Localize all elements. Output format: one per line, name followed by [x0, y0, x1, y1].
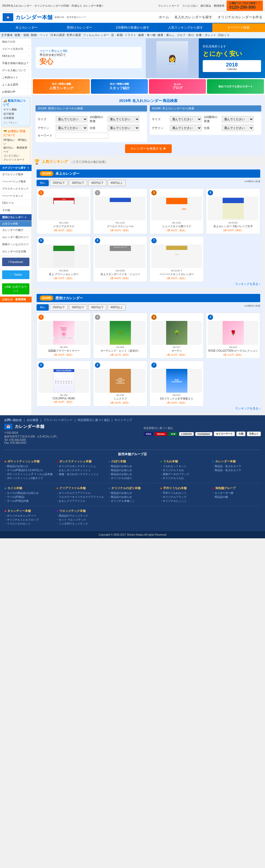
store-link[interactable]: ・ラベル(IP商品)4連: [4, 499, 53, 503]
sub-nav-item[interactable]: 文字書体: [1, 33, 13, 37]
desk-product-1[interactable]: 1 2018 No.1190 メモリアルデスク 1冊 462円（税別）: [36, 188, 91, 234]
wall-product-6[interactable]: 6 2018CALENDARKRAFTCALENDAR No.106 ミニクラフ…: [93, 361, 147, 406]
store-link[interactable]: ・オリジナルキャンディー: [4, 514, 53, 518]
info-item-tips[interactable]: カレンダー選びのコツ›: [0, 234, 32, 241]
sidebar-item-fax[interactable]: FAX文の方›: [0, 53, 32, 60]
header-create[interactable]: オリジナルカレンダーを作る: [217, 15, 262, 20]
store-link[interactable]: ・商品品のお知らせ: [108, 464, 157, 468]
store-link[interactable]: ・オリジナルフラッグ: [160, 495, 209, 499]
store-link[interactable]: ・ラベル(IP商品): [4, 495, 53, 499]
nav-100[interactable]: 100冊時の単価から探す: [106, 23, 159, 32]
store-link[interactable]: ・手作りうちわセット: [160, 491, 209, 495]
header-search[interactable]: 名入れカレンダーを探す: [174, 15, 212, 20]
store-link[interactable]: ・商品品のお知らせ: [108, 491, 157, 495]
promo-ranking[interactable]: 役立つ情報を掲載 人気ランキング: [33, 79, 90, 94]
store-link[interactable]: ・商品品のお知らせ: [4, 464, 53, 468]
store-link[interactable]: ・箱舗・名入れボックスティッシュ: [56, 472, 105, 476]
desk-product-3[interactable]: 3 2018 No.1152 ニュースタイル開フスク 1冊 462円（税別）: [149, 188, 204, 234]
wall-filter-tabs[interactable]: ALL 250円以下 300円以下 400円以下 400円以上 100冊時の単価: [36, 304, 260, 311]
design-select-2[interactable]: 選んでください: [170, 125, 202, 131]
search-button[interactable]: カレンダーを検索する ▶: [125, 144, 172, 153]
store-link[interactable]: ・フルカラーオリジナルクリアファイル: [56, 495, 105, 499]
sidebar-item-double[interactable]: ダブルリング製本: [0, 171, 32, 178]
info-item-order[interactable]: カレンダーの注文職›: [0, 248, 32, 255]
nav-wall[interactable]: 壁掛けカレンダー: [53, 23, 106, 32]
sub-nav-item[interactable]: 女優・タレント: [196, 33, 216, 37]
filter-tab-all[interactable]: ALL: [36, 180, 49, 186]
store-link[interactable]: ・ポケットティッシュ3連タイプ: [4, 476, 53, 480]
sidebar-item-paper[interactable]: ペーパーリング製本: [0, 178, 32, 185]
wall-filter-all[interactable]: ALL: [36, 304, 49, 311]
wall-filter-250[interactable]: 250円以下: [50, 304, 68, 311]
sidebar-item-start[interactable]: 初めての方›: [0, 38, 32, 45]
store-link[interactable]: ・オリジナルのぼり: [108, 476, 157, 480]
sidebar-item-faq[interactable]: よくある質問›: [0, 81, 32, 88]
sub-nav-item[interactable]: イラスト: [124, 33, 136, 37]
wall-product-4[interactable]: 4 🌹 No.618 ROSE COLLECTION ローズコレクション 1冊 …: [206, 313, 260, 359]
info-item-design[interactable]: 原稿ゲッシなどのコツ›: [0, 241, 32, 248]
sub-nav-item[interactable]: 健康・暮らし: [157, 33, 175, 37]
twitter-box[interactable]: 🐦 Twitter: [2, 270, 29, 279]
store-link[interactable]: ・オリジナルクリアファイル: [56, 491, 105, 495]
sub-nav-item[interactable]: 枚数・規格: [14, 33, 29, 37]
desk-filter-tabs[interactable]: ALL 250円以下 300円以下 400円以下 400円以上 100冊時の単価: [36, 180, 260, 186]
search-desk-tab[interactable]: 2019年 卓上カレンダーから検索: [150, 105, 261, 112]
desk-product-6[interactable]: 6 Standard memo JP No.6258 卓上スタンダードメモ・ジョ…: [93, 236, 147, 282]
wall-filter-300[interactable]: 300円以下: [69, 304, 87, 311]
quantity-select-2[interactable]: 選んでください: [222, 116, 254, 122]
store-link[interactable]: ・おもしクリアファイル: [56, 499, 105, 503]
store-link[interactable]: ・イラストさのセット: [4, 522, 53, 526]
store-link[interactable]: ・おもしポックスティッシュ: [56, 468, 105, 472]
promo-beginner[interactable]: 初めての方でも安心サポート: [207, 79, 264, 94]
nav-desk[interactable]: 卓上カレンダー: [0, 23, 53, 32]
wall-ranking-link[interactable]: ランキングを見る ›: [235, 407, 260, 410]
sub-nav-item[interactable]: 動物・ペット: [31, 33, 49, 37]
design-select[interactable]: 選んでください: [56, 125, 87, 131]
wall-product-2[interactable]: 2 🌿 No.440 ガーデニング・ヒント（造花付） 1冊 421円（税別）: [93, 313, 147, 359]
sidebar-item-repeat[interactable]: リピート注文の方›: [0, 45, 32, 53]
facebook-section[interactable]: f Facebook: [0, 255, 32, 268]
nav-keyword[interactable]: キーワード検索: [212, 23, 265, 32]
promo-staff[interactable]: 役立つ情報を掲載 スタッフ紹介: [91, 79, 148, 94]
main-nav[interactable]: 卓上カレンダー 壁掛けカレンダー 100冊時の単価から探す 人気ランキングから探…: [0, 23, 265, 32]
sub-nav-item[interactable]: 健康・食べ物: [138, 33, 155, 37]
store-link[interactable]: ・オリジナルボックスティッシュ: [56, 464, 105, 468]
sub-nav-item[interactable]: フィルムカレンダー: [83, 33, 109, 37]
store-link[interactable]: ・セット ウエッジテック: [56, 518, 105, 522]
twitter-section[interactable]: 🐦 Twitter: [0, 268, 32, 281]
store-link[interactable]: ・オリジナルにこここ: [160, 499, 209, 503]
header-nav[interactable]: ホーム 名入れカレンダーを探す オリジナルカレンダーを作る: [159, 15, 262, 20]
store-link[interactable]: ・商品品のウエッジテック: [56, 514, 105, 518]
store-link[interactable]: ・ラベル(IP商品)11 LS-ACSビル: [4, 468, 53, 472]
sidebar-item-reviews[interactable]: お客様の声›: [0, 88, 32, 96]
desk-product-5[interactable]: 5 No.3625 卓上 グリーンカレンダー 1冊 470円（税別）: [36, 236, 91, 282]
quantity-select[interactable]: 選んでください: [108, 116, 139, 122]
size-select[interactable]: 選んでください: [56, 116, 87, 122]
promo-blog[interactable]: BLOG ブログ: [149, 79, 206, 94]
store-link[interactable]: ・商品品のお知らせ: [108, 468, 157, 472]
keyword-input[interactable]: [56, 133, 109, 138]
desk-ranking-link[interactable]: ランキングを見る ›: [235, 282, 260, 285]
line-section[interactable]: LINE 公式アカウント: [0, 281, 32, 297]
sub-nav-item[interactable]: ゴルフ・釣り: [177, 33, 194, 37]
filter-tab-250[interactable]: 250円以下: [50, 180, 68, 186]
size-select-2[interactable]: 選んでください: [170, 116, 202, 122]
sub-nav-item[interactable]: 日めくり: [218, 33, 230, 37]
sidebar-item-data[interactable]: データ入稿について›: [0, 67, 32, 74]
filter-tab-300[interactable]: 300円以下: [69, 180, 87, 186]
desk-product-7[interactable]: 7 2018 No.0144 T ペーパースタンドカレンダー 1冊 300円（税…: [149, 236, 204, 282]
sidebar-item-guide[interactable]: ご利用ガイド›: [0, 74, 32, 81]
info-item-charm[interactable]: カレンダーの魅力›: [0, 227, 32, 234]
wall-filter-400plus[interactable]: 400円以上: [108, 304, 126, 311]
sidebar-item-paperstand[interactable]: ペーパースタンド: [0, 192, 32, 200]
store-link[interactable]: ・商品品のお知らせ: [108, 472, 157, 476]
spec-select[interactable]: 選んでください: [108, 125, 139, 131]
facebook-box[interactable]: f Facebook: [2, 258, 29, 266]
spec-select-2[interactable]: 選んでください: [222, 125, 254, 131]
wall-product-1[interactable]: 1 FlowerDiary 🌸 2018 CALENDAR GREEN No.4…: [36, 313, 91, 359]
wall-product-3[interactable]: 3 🌳 No.417 ガーデン 1冊 421円（税別）: [149, 313, 204, 359]
sidebar-item-cd[interactable]: CDケース: [0, 200, 32, 207]
store-link[interactable]: ・オリジナルうちわ: [160, 476, 209, 480]
wall-product-5[interactable]: 5 2018 CALENDAR 日月火水木金土 1234567: [36, 361, 91, 406]
store-link[interactable]: ・商品品・名入れカメラ: [212, 464, 261, 468]
